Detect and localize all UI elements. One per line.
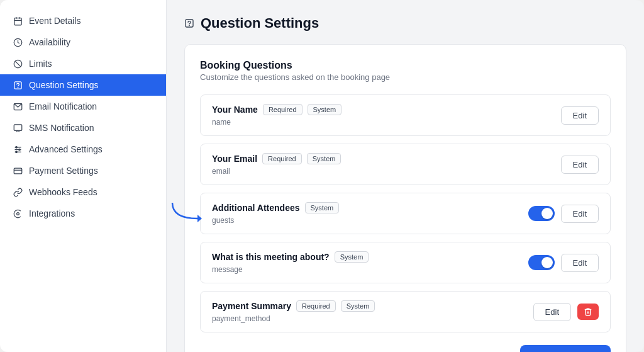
question-name-row: Payment Summary RequiredSystem <box>212 300 375 312</box>
question-left-additional-attendees: Additional Attendees System guests <box>212 202 339 225</box>
page-header: Question Settings <box>184 15 626 31</box>
svg-point-14 <box>15 146 17 148</box>
badge-system: System <box>307 153 341 164</box>
sidebar-label: Email Notification <box>29 101 97 111</box>
question-name-row: What is this meeting about? System <box>212 251 369 263</box>
content-card: Booking Questions Customize the question… <box>184 44 626 352</box>
sidebar-item-webhooks-feeds[interactable]: Webhooks Feeds <box>0 181 166 203</box>
svg-rect-17 <box>14 168 22 174</box>
question-icon <box>13 80 23 90</box>
badge-required: Required <box>296 300 336 312</box>
badge-system: System <box>341 300 375 312</box>
question-name: What is this meeting about? <box>212 252 330 262</box>
question-right-your-name: Edit <box>561 106 599 125</box>
question-left-your-name: Your Name RequiredSystem name <box>212 104 341 127</box>
svg-point-16 <box>15 151 17 153</box>
question-name: Your Email <box>212 154 257 164</box>
svg-rect-10 <box>14 124 22 130</box>
question-row-payment-summary: Payment Summary RequiredSystem payment_m… <box>200 291 611 332</box>
question-field: guests <box>212 216 339 225</box>
question-row-additional-attendees: Additional Attendees System guests Edit <box>200 193 611 234</box>
question-name-row: Your Email RequiredSystem <box>212 153 341 164</box>
sidebar-item-email-notification[interactable]: Email Notification <box>0 96 166 117</box>
sidebar-label: Question Settings <box>29 80 99 90</box>
sidebar-label: Webhooks Feeds <box>29 187 97 197</box>
section-subtitle: Customize the questions asked on the boo… <box>200 72 611 82</box>
svg-line-6 <box>15 61 21 67</box>
sidebar-label: SMS Notification <box>29 123 94 133</box>
question-left-payment-summary: Payment Summary RequiredSystem payment_m… <box>212 300 375 323</box>
question-field: name <box>212 118 341 127</box>
edit-button-additional-attendees[interactable]: Edit <box>561 205 599 223</box>
badge-system: System <box>335 251 369 263</box>
question-right-your-email: Edit <box>561 156 599 174</box>
calendar-icon <box>13 16 23 26</box>
question-name: Your Name <box>212 105 258 115</box>
edit-button-meeting-about[interactable]: Edit <box>561 254 599 272</box>
badge-required: Required <box>263 104 303 115</box>
toggle-additional-attendees[interactable] <box>528 206 555 221</box>
sidebar-label: Event Details <box>29 16 80 26</box>
question-settings-icon <box>184 18 194 28</box>
limit-icon <box>13 59 23 69</box>
questions-list: Your Name RequiredSystem name Edit Your … <box>200 94 611 332</box>
save-changes-button[interactable]: Save Changes <box>520 345 611 352</box>
page-title: Question Settings <box>201 15 319 31</box>
clock-icon <box>13 37 23 47</box>
sidebar-item-limits[interactable]: Limits <box>0 53 166 74</box>
svg-point-15 <box>18 149 20 150</box>
sms-icon <box>13 123 23 133</box>
question-field: payment_method <box>212 314 375 323</box>
badge-system: System <box>305 202 340 213</box>
question-right-payment-summary: Edit <box>533 303 599 321</box>
question-field: message <box>212 265 369 274</box>
main-content: Question Settings Booking Questions Cust… <box>167 0 644 352</box>
app-container: Event Details Availability Limits Questi… <box>0 0 644 352</box>
sidebar-item-availability[interactable]: Availability <box>0 31 166 53</box>
svg-marker-22 <box>197 215 202 222</box>
question-right-meeting-about: Edit <box>528 254 599 272</box>
sidebar-label: Availability <box>29 37 70 47</box>
section-title: Booking Questions <box>200 60 611 71</box>
integrations-icon <box>13 208 23 219</box>
sidebar: Event Details Availability Limits Questi… <box>0 0 167 352</box>
webhook-icon <box>13 187 23 197</box>
question-row-your-name: Your Name RequiredSystem name Edit <box>200 94 611 136</box>
svg-point-19 <box>16 212 19 215</box>
question-right-additional-attendees: Edit <box>528 205 599 223</box>
svg-point-21 <box>189 25 190 26</box>
sidebar-item-question-settings[interactable]: Question Settings <box>0 74 166 96</box>
footer-row: + Add more questions for invitees Save C… <box>200 345 611 352</box>
svg-rect-0 <box>14 18 21 25</box>
sidebar-label: Advanced Settings <box>29 144 103 154</box>
sidebar-item-integrations[interactable]: Integrations <box>0 203 166 224</box>
question-left-your-email: Your Email RequiredSystem email <box>212 153 341 176</box>
badge-system: System <box>308 104 342 115</box>
edit-button-your-email[interactable]: Edit <box>561 156 599 174</box>
sidebar-item-event-details[interactable]: Event Details <box>0 10 166 31</box>
question-field: email <box>212 167 341 176</box>
sidebar-item-payment-settings[interactable]: Payment Settings <box>0 160 166 181</box>
question-row-your-email: Your Email RequiredSystem email Edit <box>200 144 611 185</box>
payment-icon <box>13 166 23 176</box>
sidebar-item-advanced-settings[interactable]: Advanced Settings <box>0 139 166 160</box>
svg-point-8 <box>18 87 18 88</box>
question-name-row: Your Name RequiredSystem <box>212 104 341 115</box>
question-name: Additional Attendees <box>212 203 300 213</box>
question-name: Payment Summary <box>212 301 291 311</box>
sidebar-label: Limits <box>29 59 52 69</box>
email-icon <box>13 101 23 111</box>
settings-icon <box>13 144 23 154</box>
delete-button-payment-summary[interactable] <box>577 304 599 320</box>
edit-button-payment-summary[interactable]: Edit <box>533 303 571 321</box>
toggle-meeting-about[interactable] <box>528 255 555 270</box>
sidebar-label: Integrations <box>29 208 75 219</box>
sidebar-label: Payment Settings <box>29 166 98 176</box>
question-left-meeting-about: What is this meeting about? System messa… <box>212 251 369 274</box>
badge-required: Required <box>262 153 302 164</box>
question-name-row: Additional Attendees System <box>212 202 339 213</box>
question-row-meeting-about: What is this meeting about? System messa… <box>200 242 611 283</box>
sidebar-item-sms-notification[interactable]: SMS Notification <box>0 117 166 139</box>
edit-button-your-name[interactable]: Edit <box>561 106 599 125</box>
